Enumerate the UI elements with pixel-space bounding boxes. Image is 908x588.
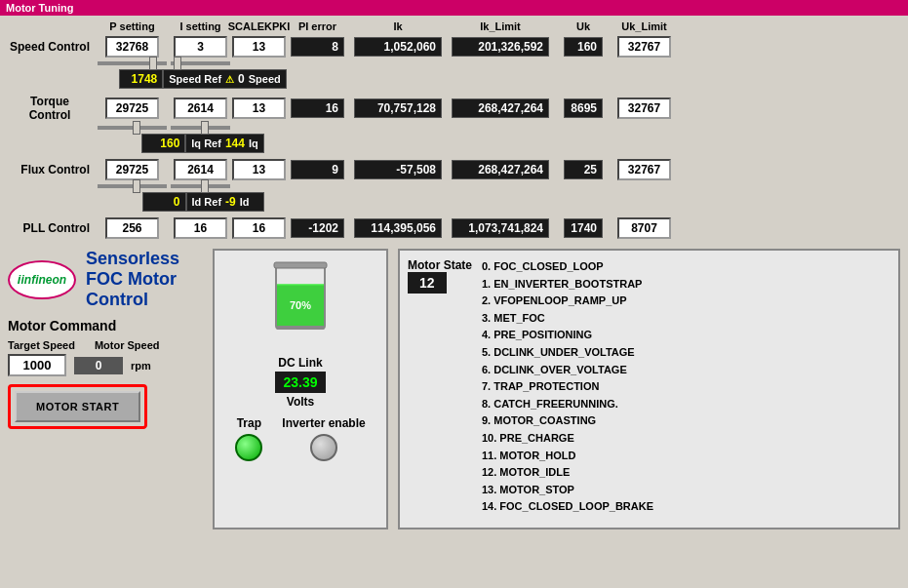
torque-pi-err: 16 (286, 98, 349, 119)
id-ref-row: 0 Id Ref -9 Id (8, 191, 900, 213)
svg-rect-4 (274, 262, 327, 268)
speed-values: 1000 0 rpm (8, 354, 203, 376)
infineon-logo: iinfineon (8, 260, 76, 299)
inverter-led (310, 434, 337, 461)
state-list-item-14: 14. FOC_CLOSED_LOOP_BRAKE (482, 498, 653, 516)
right-panel: Motor State 12 0. FOC_CLOSED_LOOP1. EN_I… (398, 249, 900, 529)
pll-ik-limit: 1,073,741,824 (447, 217, 554, 239)
motor-state-value: 12 (408, 272, 447, 294)
torque-ik-limit: 268,427,264 (447, 98, 554, 119)
target-speed-input[interactable]: 1000 (8, 354, 66, 376)
beaker-container: 70% (266, 260, 335, 348)
torque-control-label: Torque Control (8, 94, 96, 123)
state-list-item-0: 0. FOC_CLOSED_LOOP (482, 258, 653, 276)
motor-start-wrapper: MOTOR START (8, 384, 147, 429)
header-uk: Uk (554, 20, 612, 33)
torque-control-row: Torque Control 29725 2614 13 16 70,757,1… (8, 94, 900, 123)
flux-i-value: 2614 (169, 158, 232, 181)
iq-ref-display: 160 Iq Ref 144 Iq (96, 133, 310, 154)
header-pi-error: PI error (286, 20, 349, 33)
pll-i-value: 16 (169, 216, 232, 240)
trap-led (235, 434, 262, 461)
speed-uk: 160 (554, 36, 612, 58)
state-list-item-12: 12. MOTOR_IDLE (482, 464, 653, 482)
speed-p-value: 32768 (96, 35, 169, 59)
middle-panel: 70% DC Link 23.39 Volts Trap Inverter en… (213, 249, 388, 529)
speed-ik-limit: 201,326,592 (447, 36, 554, 58)
state-list-item-4: 4. PRE_POSITIONING (482, 327, 653, 344)
flux-ik-limit: 268,427,264 (447, 159, 554, 180)
header-scale: SCALEKPKI (232, 20, 286, 33)
motor-speed-label: Motor Speed (95, 339, 160, 351)
speed-uk-limit: 32767 (612, 35, 676, 59)
speed-slider-row (8, 59, 900, 67)
trap-label: Trap (235, 416, 262, 430)
torque-p-value: 29725 (96, 97, 169, 120)
motor-start-button[interactable]: MOTOR START (15, 391, 140, 422)
title-bar: Motor Tuning (0, 0, 908, 16)
torque-slider-row (8, 124, 900, 132)
state-list-item-1: 1. EN_INVERTER_BOOTSTRAP (482, 276, 653, 294)
flux-uk: 25 (554, 159, 612, 180)
pll-uk: 1740 (554, 217, 612, 239)
state-list-item-8: 8. CATCH_FREERUNNING. (482, 396, 653, 413)
inverter-label: Inverter enable (282, 416, 365, 430)
dc-link-label: DC Link (275, 356, 325, 370)
header-uk-limit: Uk_Limit (612, 20, 676, 33)
rpm-label: rpm (131, 360, 151, 372)
dc-link-value: 23.39 (275, 372, 325, 393)
target-speed-label: Target Speed (8, 339, 75, 351)
state-list-item-11: 11. MOTOR_HOLD (482, 448, 653, 465)
flux-control-label: Flux Control (8, 162, 96, 177)
pll-control-row: PLL Control 256 16 16 -1202 114,395,056 … (8, 216, 900, 240)
speed-ik: 1,052,060 (349, 36, 447, 58)
state-list-item-9: 9. MOTOR_COASTING (482, 412, 653, 430)
foc-title: Sensorless FOC Motor Control (86, 249, 203, 310)
pll-pi-err: -1202 (286, 217, 349, 239)
state-list: 0. FOC_CLOSED_LOOP1. EN_INVERTER_BOOTSTR… (482, 258, 653, 516)
motor-state-title: Motor State 12 (408, 258, 472, 294)
speed-scale-value: 13 (232, 35, 286, 59)
motor-command-title: Motor Command (8, 318, 203, 333)
column-headers: P setting I setting SCALEKPKI PI error I… (8, 20, 900, 33)
torque-scale-value: 13 (232, 97, 286, 120)
title-label: Motor Tuning (6, 2, 73, 14)
trap-inverter-row: Trap Inverter enable (235, 416, 365, 461)
pll-uk-limit: 8707 (612, 216, 676, 240)
header-ik: Ik (349, 20, 447, 33)
header-i-setting: I setting (169, 20, 232, 33)
torque-i-value: 2614 (169, 97, 232, 120)
flux-ik: -57,508 (349, 159, 447, 180)
motor-state-header: Motor State 12 0. FOC_CLOSED_LOOP1. EN_I… (408, 258, 890, 516)
speed-ref-display: 1748 Speed Ref ⚠ 0 Speed (96, 68, 310, 90)
pll-scale-value: 16 (232, 216, 286, 240)
pll-control-label: PLL Control (8, 220, 96, 236)
header-blank (8, 20, 96, 33)
beaker-svg: 70% (266, 260, 335, 348)
volts-label: Volts (275, 395, 325, 409)
torque-ik: 70,757,128 (349, 98, 447, 119)
svg-rect-5 (276, 326, 325, 330)
flux-p-value: 29725 (96, 158, 169, 181)
inverter-section: Inverter enable (282, 416, 365, 461)
pll-p-value: 256 (96, 216, 169, 240)
speed-i-value: 3 (169, 35, 232, 59)
header-ik-limit: Ik_Limit (447, 20, 554, 33)
header-p-setting: P setting (96, 20, 169, 33)
state-list-item-5: 5. DCLINK_UNDER_VOLTAGE (482, 344, 653, 362)
state-list-item-2: 2. VFOPENLOOP_RAMP_UP (482, 293, 653, 310)
svg-text:70%: 70% (290, 299, 311, 311)
torque-uk-limit: 32767 (612, 97, 676, 120)
motor-speed-display: 0 (74, 357, 123, 374)
state-list-item-6: 6. DCLINK_OVER_VOLTAGE (482, 362, 653, 379)
flux-pi-err: 9 (286, 159, 349, 180)
bottom-section: iinfineon Sensorless FOC Motor Control M… (0, 241, 908, 537)
flux-scale-value: 13 (232, 158, 286, 181)
flux-uk-limit: 32767 (612, 158, 676, 181)
id-ref-display: 0 Id Ref -9 Id (96, 191, 310, 213)
flux-control-row: Flux Control 29725 2614 13 9 -57,508 268… (8, 158, 900, 181)
dc-link-section: DC Link 23.39 Volts (275, 356, 325, 409)
speed-pi-err: 8 (286, 36, 349, 58)
trap-section: Trap (235, 416, 262, 461)
flux-slider-row (8, 182, 900, 190)
